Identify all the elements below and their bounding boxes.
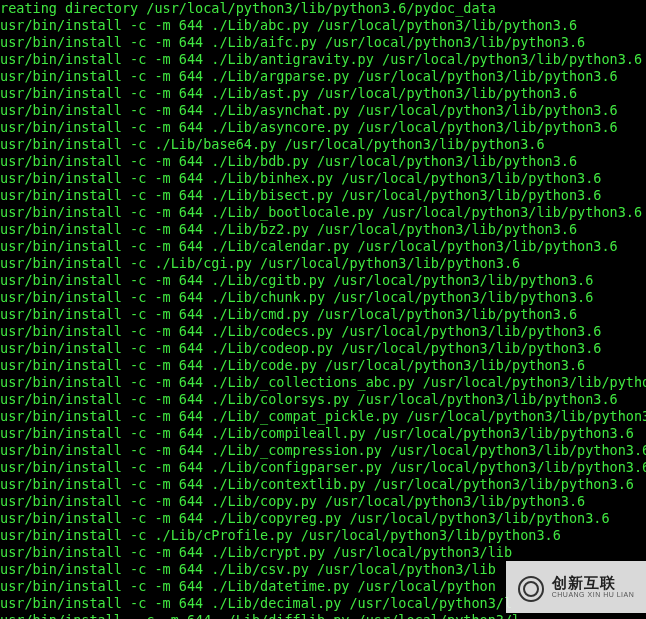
terminal-line: usr/bin/install -c -m 644 ./Lib/_compat_… [0, 408, 646, 425]
terminal-line: usr/bin/install -c -m 644 ./Lib/aifc.py … [0, 34, 646, 51]
terminal-line: usr/bin/install -c -m 644 ./Lib/colorsys… [0, 391, 646, 408]
terminal-line: usr/bin/install -c ./Lib/cgi.py /usr/loc… [0, 255, 646, 272]
terminal-line: usr/bin/install -c -m 644 ./Lib/asyncore… [0, 119, 646, 136]
terminal-line: usr/bin/install -c -m 644 ./Lib/ast.py /… [0, 85, 646, 102]
watermark-text-en: CHUANG XIN HU LIAN [552, 591, 635, 599]
terminal-line: usr/bin/install -c -m 644 ./Lib/code.py … [0, 357, 646, 374]
terminal-line: usr/bin/install -c -m 644 ./Lib/_bootloc… [0, 204, 646, 221]
terminal-line: usr/bin/install -c -m 644 ./Lib/chunk.py… [0, 289, 646, 306]
terminal-line: usr/bin/install -c -m 644 ./Lib/cmd.py /… [0, 306, 646, 323]
terminal-line: usr/bin/install -c -m 644 ./Lib/calendar… [0, 238, 646, 255]
watermark-logo-icon [518, 573, 546, 601]
terminal-line: usr/bin/install -c -m 644 ./Lib/codeop.p… [0, 340, 646, 357]
terminal-line: usr/bin/install -c -m 644 ./Lib/compilea… [0, 425, 646, 442]
terminal-line: usr/bin/install -c ./Lib/base64.py /usr/… [0, 136, 646, 153]
terminal-line: usr/bin/install -c -m 644 ./Lib/abc.py /… [0, 17, 646, 34]
terminal-line: usr/bin/install -c -m 644 ./Lib/cgitb.py… [0, 272, 646, 289]
terminal-line: usr/bin/install -c -m 644 ./Lib/difflib.… [0, 612, 646, 619]
terminal-line: usr/bin/install -c -m 644 ./Lib/copy.py … [0, 493, 646, 510]
terminal-line: usr/bin/install -c -m 644 ./Lib/bz2.py /… [0, 221, 646, 238]
watermark-text-cn: 创新互联 [552, 575, 635, 592]
terminal-line: reating directory /usr/local/python3/lib… [0, 0, 646, 17]
watermark-badge: 创新互联 CHUANG XIN HU LIAN [506, 561, 646, 613]
terminal-line: usr/bin/install -c -m 644 ./Lib/bdb.py /… [0, 153, 646, 170]
terminal-line: usr/bin/install -c -m 644 ./Lib/configpa… [0, 459, 646, 476]
terminal-line: usr/bin/install -c -m 644 ./Lib/asynchat… [0, 102, 646, 119]
terminal-line: usr/bin/install -c -m 644 ./Lib/_collect… [0, 374, 646, 391]
terminal-output: reating directory /usr/local/python3/lib… [0, 0, 646, 619]
terminal-line: usr/bin/install -c -m 644 ./Lib/antigrav… [0, 51, 646, 68]
terminal-line: usr/bin/install -c -m 644 ./Lib/contextl… [0, 476, 646, 493]
terminal-line: usr/bin/install -c -m 644 ./Lib/binhex.p… [0, 170, 646, 187]
terminal-line: usr/bin/install -c -m 644 ./Lib/bisect.p… [0, 187, 646, 204]
terminal-line: usr/bin/install -c ./Lib/cProfile.py /us… [0, 527, 646, 544]
terminal-line: usr/bin/install -c -m 644 ./Lib/crypt.py… [0, 544, 646, 561]
terminal-line: usr/bin/install -c -m 644 ./Lib/codecs.p… [0, 323, 646, 340]
terminal-line: usr/bin/install -c -m 644 ./Lib/_compres… [0, 442, 646, 459]
terminal-line: usr/bin/install -c -m 644 ./Lib/copyreg.… [0, 510, 646, 527]
terminal-line: usr/bin/install -c -m 644 ./Lib/argparse… [0, 68, 646, 85]
